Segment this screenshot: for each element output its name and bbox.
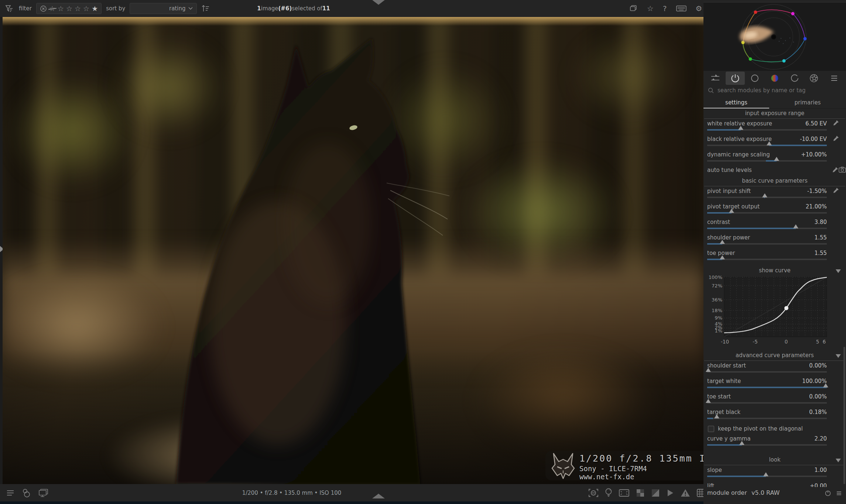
slider-track[interactable] [707, 243, 827, 245]
filmstrip-toggle[interactable] [372, 494, 385, 498]
help-icon[interactable]: ? [663, 5, 667, 12]
slider-track[interactable] [707, 160, 827, 162]
star-icon-5[interactable]: ★ [92, 5, 98, 12]
eyedropper-icon[interactable] [833, 187, 839, 194]
module-order-value[interactable]: v5.0 RAW [751, 489, 780, 496]
overexposure-warning-icon[interactable] [680, 488, 691, 498]
slider-track[interactable] [707, 228, 827, 229]
collapse-triangle-icon[interactable] [836, 354, 841, 358]
eyedropper-icon[interactable] [832, 166, 839, 173]
focus-peaking-icon[interactable] [588, 488, 599, 498]
slider-track[interactable] [707, 259, 827, 260]
panel-scrollbar-thumb[interactable] [843, 347, 845, 484]
slider-pivot-input-shift[interactable]: pivot input shift -1.50% [707, 186, 827, 202]
slider-track[interactable] [707, 145, 827, 146]
tab-primaries[interactable]: primaries [769, 97, 846, 108]
slider-black-relative-exposure[interactable]: black relative exposure -10.00 EV [707, 134, 827, 150]
curve-pivot-point[interactable] [784, 306, 788, 310]
gamut-check-icon[interactable] [666, 488, 675, 498]
search-icon [708, 87, 714, 94]
slider-track[interactable] [707, 129, 827, 131]
slider-toe-power[interactable]: toe power 1.55 [707, 248, 827, 264]
slider-track[interactable] [707, 476, 827, 477]
selection-status-text: 1 image (#6) selected of 11 [257, 0, 330, 17]
slider-target-black[interactable]: target black 0.18% [707, 407, 827, 423]
search-placeholder-text: search modules by name or tag [717, 87, 806, 94]
camera-icon[interactable] [839, 166, 846, 173]
slider-white-relative-exposure[interactable]: white relative exposure 6.50 EV [707, 119, 827, 134]
svg-text:18%: 18% [712, 308, 722, 313]
iso12646-bulb-icon[interactable] [604, 488, 613, 498]
menu-hamburger-icon[interactable] [6, 489, 15, 497]
eyedropper-icon[interactable] [833, 135, 839, 142]
grouping-icon[interactable] [629, 4, 638, 13]
sort-by-dropdown[interactable]: rating [130, 3, 197, 14]
section-advanced-curve-parameters[interactable]: advanced curve parameters [704, 351, 845, 361]
shortcuts-keyboard-icon[interactable] [676, 5, 686, 12]
vectorscope-display[interactable] [703, 0, 846, 71]
slider-track[interactable] [707, 371, 827, 373]
filter-label: filter [19, 5, 32, 12]
full-preview-icon[interactable] [618, 488, 630, 498]
star-icon-2[interactable]: ☆ [66, 5, 72, 12]
slider-track[interactable] [707, 197, 827, 198]
black-cat-silhouette [3, 17, 703, 484]
second-window-icon[interactable] [38, 488, 49, 498]
base-group-circle-icon[interactable] [745, 72, 764, 85]
preferences-gear-icon[interactable]: ⚙ [696, 5, 702, 12]
checkbox-unchecked[interactable] [708, 426, 714, 432]
module-order-label: module order [707, 489, 747, 496]
star-unrate-icon[interactable]: ☆ [49, 5, 55, 12]
collapse-triangle-icon[interactable] [836, 269, 841, 273]
eyedropper-icon[interactable] [833, 120, 839, 126]
star-icon-1[interactable]: ☆ [58, 5, 64, 12]
reject-circle-x-icon[interactable] [40, 5, 47, 12]
svg-text:0: 0 [785, 339, 788, 345]
rating-filter-widget[interactable]: ☆ ☆ ☆ ☆ ☆ ★ [36, 3, 102, 14]
clipping-indicator-icon[interactable] [651, 488, 660, 498]
collapse-triangle-icon[interactable] [836, 459, 841, 462]
star-icon-4[interactable]: ☆ [83, 5, 89, 12]
reset-icon[interactable] [825, 490, 831, 497]
slider-curve-y-gamma[interactable]: curve y gamma 2.20 [707, 434, 827, 449]
slider-target-white[interactable]: target white 100.00% [707, 376, 827, 392]
slider-pivot-target-output[interactable]: pivot target output 21.00% [707, 202, 827, 217]
top-panel-toggle[interactable] [372, 0, 385, 5]
slider-track[interactable] [707, 444, 827, 446]
effects-group-icon[interactable] [805, 72, 824, 85]
slider-dynamic-range-scaling[interactable]: dynamic range scaling +10.00% [707, 150, 827, 165]
presets-menu-hamburger-icon[interactable] [825, 72, 844, 85]
active-tab-underline [703, 108, 769, 108]
snapshot-circles-icon[interactable] [21, 488, 31, 498]
slider-track[interactable] [707, 418, 827, 419]
watermark-camera-text: Sony - ILCE-7RM4 [579, 465, 703, 473]
module-search-input[interactable]: search modules by name or tag [703, 86, 846, 95]
vectorscope-green-node [749, 58, 752, 61]
slider-track[interactable] [707, 212, 827, 214]
star-icon-3[interactable]: ☆ [75, 5, 81, 12]
slider-slope[interactable]: slope 1.00 [707, 465, 827, 481]
tab-settings[interactable]: settings [703, 97, 769, 108]
filter-funnel-icon[interactable] [4, 4, 14, 14]
slider-track[interactable] [707, 387, 827, 388]
quick-access-panel-icon[interactable] [706, 72, 725, 85]
presets-hamburger-icon[interactable] [836, 490, 842, 497]
active-modules-group-power-icon[interactable] [726, 72, 745, 85]
section-show-curve[interactable]: show curve [704, 266, 845, 276]
keep-pivot-checkbox-row[interactable]: keep the pivot on the diagonal [708, 424, 827, 433]
slider-shoulder-power[interactable]: shoulder power 1.55 [707, 233, 827, 248]
correct-group-icon[interactable] [785, 72, 804, 85]
auto-tune-levels-row[interactable]: auto tune levels [707, 165, 827, 176]
slider-shoulder-start[interactable]: shoulder start 0.00% [707, 361, 827, 376]
color-group-icon[interactable] [765, 72, 784, 85]
tone-curve-graph[interactable]: 100% 72% 36% 18% 9% 4% 2% 1% -10 -5 0 5 … [703, 276, 846, 346]
slider-track[interactable] [707, 402, 827, 404]
section-look[interactable]: look [704, 455, 845, 465]
sort-direction-icon[interactable] [201, 4, 210, 13]
slider-contrast[interactable]: contrast 3.80 [707, 217, 827, 233]
overlays-star-icon[interactable]: ☆ [647, 5, 654, 12]
raw-overexposed-icon[interactable] [636, 488, 645, 498]
svg-text:36%: 36% [712, 297, 722, 303]
darkroom-image-cat-photo[interactable]: 1/200 f/2.8 135mm ISO Sony - ILCE-7RM4 w… [3, 17, 703, 484]
slider-toe-start[interactable]: toe start 0.00% [707, 392, 827, 407]
